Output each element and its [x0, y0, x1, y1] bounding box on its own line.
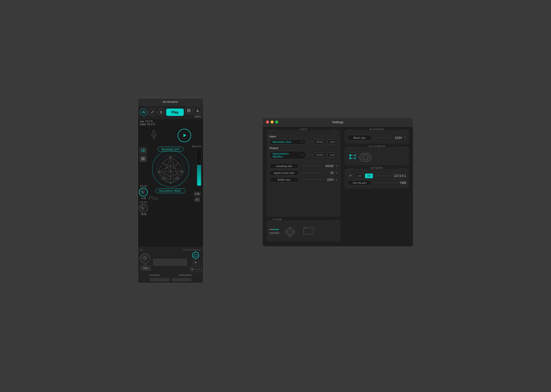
icosahedron-display	[151, 149, 190, 188]
mic-icon	[150, 130, 157, 141]
network-side-btn[interactable]	[139, 155, 147, 162]
audio-divider	[269, 161, 338, 161]
minimize-traffic-light[interactable]	[271, 121, 274, 123]
ip-row: IP en0 lo0 127.0.0.1	[347, 174, 406, 178]
sub-w0-label: sub W0	[139, 185, 148, 187]
buffer-size-row: Buffer size 1024 ▼	[269, 177, 338, 182]
output-default-btn[interactable]: default	[314, 153, 326, 157]
filter-title: FILTER	[271, 218, 283, 221]
svg-rect-40	[141, 157, 143, 158]
lo0-tab[interactable]: lo0	[365, 174, 373, 178]
output-reset-btn[interactable]: reset	[327, 153, 338, 157]
svg-line-21	[158, 163, 163, 171]
transport-volume: 0.00 Clear	[139, 253, 151, 271]
network-title: NETWORK	[369, 167, 385, 169]
save-icon-btn[interactable]	[185, 107, 193, 114]
svg-point-4	[160, 111, 161, 112]
osc-port-value: 7400	[400, 181, 406, 185]
settings-title: Settings	[332, 120, 344, 124]
input-device-select[interactable]: BlackHole 16ch ▼	[269, 139, 306, 145]
iko-renderer-window: Iko Renderer	[138, 98, 203, 283]
sub-out-knob: -70.00	[139, 204, 148, 215]
blocksize-section: BLOCKSIZE Block size 1024 ▼	[344, 130, 409, 144]
sub-out-knob-ctrl[interactable]	[139, 204, 148, 213]
block-size-select[interactable]: Block size	[347, 135, 372, 141]
sliders-icon-btn[interactable]	[157, 109, 165, 116]
settings-body: AUDIO Input BlackHole 16ch ▼ default res…	[263, 127, 413, 245]
svg-line-33	[171, 171, 183, 184]
folder-icon[interactable]	[303, 226, 315, 236]
osc-port-select[interactable]: Osc IN port	[347, 180, 372, 186]
close-traffic-light[interactable]	[266, 121, 269, 123]
svg-rect-43	[143, 159, 145, 160]
osc-line	[373, 183, 398, 183]
svg-line-27	[163, 171, 183, 179]
sampling-rate-row: sampling rate 44100 ▼	[269, 163, 338, 169]
block-size-label: Block size	[354, 136, 366, 139]
svg-rect-10	[153, 130, 155, 135]
play-text-label: Play	[149, 195, 158, 201]
sampling-rate-arrow[interactable]: ▼	[335, 165, 338, 167]
output-connector	[308, 155, 312, 155]
sampling-rate-value: 44100	[324, 164, 333, 168]
audio-line-right	[331, 130, 338, 130]
blocksize-title: BLOCKSIZE	[368, 128, 386, 131]
svg-point-55	[349, 154, 351, 156]
dot-4	[275, 229, 276, 230]
sub-knob[interactable]	[139, 188, 148, 196]
volume-side-btn[interactable]	[139, 147, 147, 154]
wrench-icon-btn[interactable]	[149, 109, 156, 116]
block-size-value: 1024	[395, 136, 402, 140]
toolbar-right	[185, 107, 201, 114]
network-section: NETWORK IP en0 lo0 127.0.0.1 Osc IN port	[344, 169, 409, 188]
vu-m-button[interactable]: M	[195, 198, 200, 202]
output-device-row: Haut-parleurs MacBoo... ▼ default reset	[269, 151, 338, 159]
signal-vector-arrow[interactable]: ▼	[335, 172, 338, 174]
elapsed-remaining-row: ELAPSED REMAINING	[139, 273, 202, 277]
input-reset-btn[interactable]: reset	[327, 140, 338, 144]
transport-play-btn[interactable]	[193, 260, 199, 265]
play-circle-btn[interactable]	[178, 129, 191, 142]
input-connector	[307, 142, 312, 142]
hoa-title: HOA STREAM	[367, 145, 387, 148]
cpu-value: 73.2 %	[145, 120, 153, 123]
file-progress-bar[interactable]	[153, 259, 187, 266]
elapsed-label: ELAPSED	[150, 274, 160, 276]
elapsed-bar[interactable]	[150, 278, 170, 281]
svg-rect-8	[188, 109, 189, 110]
hoa-icons-row	[348, 152, 405, 162]
iko-toolbar: Play	[138, 105, 203, 119]
open-file-btn[interactable]	[192, 252, 199, 259]
svg-marker-48	[195, 261, 197, 263]
blocksize-row: Block size 1024 ▼	[347, 135, 406, 141]
block-line-left	[347, 130, 354, 130]
clear-button[interactable]: Clear	[140, 266, 151, 271]
en0-tab[interactable]: en0	[355, 174, 364, 178]
maximize-traffic-light[interactable]	[275, 121, 278, 123]
output-device-select[interactable]: Haut-parleurs MacBoo... ▼	[269, 151, 306, 159]
input-default-btn[interactable]: default	[314, 140, 326, 144]
sub-out-value: -70.00	[140, 213, 147, 215]
remaining-bar[interactable]	[172, 278, 192, 281]
buffer-size-arrow[interactable]: ▼	[335, 178, 338, 181]
loop-btn[interactable]: ∞	[196, 266, 202, 272]
svg-rect-49	[192, 268, 192, 270]
block-size-arrow[interactable]: ▼	[404, 136, 406, 139]
hoa-decode-icon	[359, 153, 372, 162]
audio-section-title: AUDIO	[298, 128, 309, 131]
svg-rect-41	[143, 157, 145, 158]
transport-vol-knob[interactable]	[140, 253, 150, 263]
play-main-group: Play	[166, 109, 184, 116]
export-icon-btn[interactable]	[194, 107, 201, 114]
pause-btn[interactable]	[189, 266, 195, 272]
hoa-stream-section: HOA STREAM	[344, 147, 409, 165]
vu-readout: 0.00 M	[193, 191, 202, 202]
person-icon-btn[interactable]	[140, 109, 147, 116]
osc-port-label: Osc IN port	[353, 181, 366, 184]
vu-db-value: 0.00	[194, 192, 201, 196]
toolbar-right-group: admin	[185, 107, 201, 118]
play-button[interactable]: Play	[166, 109, 184, 116]
output-select-arrow: ▼	[301, 154, 303, 156]
sub-knob-value: -1.10	[141, 197, 146, 199]
cpu-label: cpu:	[140, 120, 145, 123]
